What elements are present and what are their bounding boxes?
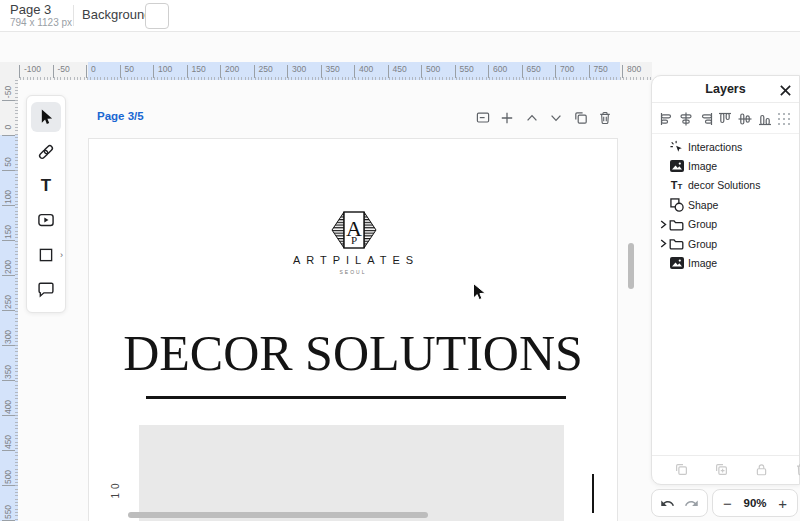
grid-dots-icon	[776, 111, 792, 127]
left-toolbar: T ›	[26, 95, 66, 313]
layer-list: Interactions Image TT decor Solutions Sh…	[652, 134, 799, 273]
zoom-level[interactable]: 90%	[743, 497, 766, 509]
lock-layer-button-disabled[interactable]	[754, 461, 769, 478]
comment-tool-button[interactable]	[31, 274, 61, 304]
layer-row-image[interactable]: Image	[652, 156, 799, 175]
trash-icon	[794, 462, 800, 477]
page-dimensions: 794 x 1123 px	[10, 17, 72, 28]
align-right-button[interactable]	[697, 110, 714, 127]
image-icon	[668, 257, 685, 269]
decorative-vertical-line[interactable]	[592, 474, 594, 513]
layers-panel: Layers	[651, 75, 800, 485]
page-indicator[interactable]: Page 3/5	[97, 110, 144, 122]
link-tool-button[interactable]	[31, 137, 61, 167]
shape-icon	[37, 246, 55, 264]
svg-text:P: P	[351, 234, 357, 246]
page-heading[interactable]: DECOR SOLUTIONS	[89, 328, 617, 378]
text-layer-icon: TT	[668, 180, 685, 191]
align-center-horizontal-icon	[678, 111, 694, 127]
align-top-button[interactable]	[717, 110, 734, 127]
ruler-corner	[0, 62, 18, 80]
expand-chevron-icon[interactable]	[658, 220, 668, 229]
layer-label: Shape	[688, 199, 718, 211]
layer-label: Group	[688, 218, 717, 230]
interactions-icon	[668, 140, 685, 154]
delete-page-button[interactable]	[596, 109, 614, 127]
folder-icon	[668, 218, 685, 231]
comment-box-icon	[475, 110, 491, 126]
zoom-in-button[interactable]: +	[778, 496, 787, 511]
app-window: Page 3 794 x 1123 px Background -150-100…	[0, 0, 800, 521]
align-top-icon	[717, 111, 733, 127]
delete-layer-button-disabled[interactable]	[794, 461, 800, 478]
page-comment-button[interactable]	[474, 109, 492, 127]
select-tool-button[interactable]	[31, 102, 61, 132]
align-bottom-icon	[757, 111, 773, 127]
trash-icon	[597, 110, 613, 126]
layer-row-image[interactable]: Image	[652, 253, 799, 272]
image-placeholder[interactable]	[139, 425, 564, 521]
redo-icon	[684, 496, 699, 511]
redo-button[interactable]	[683, 494, 701, 512]
align-right-icon	[698, 111, 714, 127]
close-layers-button[interactable]	[777, 82, 793, 98]
align-left-button[interactable]	[658, 110, 675, 127]
move-page-up-button[interactable]	[523, 109, 541, 127]
page-actions	[474, 109, 614, 127]
top-bar: Page 3 794 x 1123 px Background	[0, 0, 800, 32]
align-bottom-button[interactable]	[756, 110, 773, 127]
layer-row-shape[interactable]: Shape	[652, 195, 799, 214]
layer-label: Image	[688, 257, 717, 269]
move-page-down-button[interactable]	[547, 109, 565, 127]
history-controls	[651, 489, 708, 517]
duplicate-icon	[573, 110, 589, 126]
chevron-down-icon	[548, 110, 564, 126]
layer-actions-row	[652, 455, 799, 484]
shape-tool-button[interactable]: ›	[31, 240, 61, 270]
zoom-out-button[interactable]: −	[723, 496, 732, 511]
layer-row-interactions[interactable]: Interactions	[652, 137, 799, 156]
plus-icon	[499, 110, 515, 126]
horizontal-ruler[interactable]: -150-100-5005010015020025030035040045050…	[0, 62, 652, 80]
close-icon	[779, 84, 792, 97]
brand-subtitle[interactable]: SEOUL	[89, 269, 617, 275]
copy-add-layer-button-disabled[interactable]	[714, 461, 729, 478]
align-center-vertical-icon	[737, 111, 753, 127]
brand-name[interactable]: ARTPILATES	[89, 254, 617, 266]
distribute-grid-button[interactable]	[776, 110, 793, 127]
video-tool-button[interactable]	[31, 205, 61, 235]
link-icon	[36, 142, 56, 162]
expand-chevron-icon[interactable]	[658, 239, 668, 248]
undo-button[interactable]	[658, 494, 676, 512]
align-center-vertical-button[interactable]	[737, 110, 754, 127]
page-canvas[interactable]: A P ARTPILATES SEOUL DECOR SOLUTIONS 10	[88, 138, 618, 521]
layer-row-group[interactable]: Group	[652, 234, 799, 253]
chevron-up-icon	[524, 110, 540, 126]
layers-panel-header: Layers	[652, 76, 799, 103]
layer-label: decor Solutions	[688, 179, 760, 191]
add-page-button[interactable]	[498, 109, 516, 127]
folder-icon	[668, 237, 685, 250]
text-tool-icon: T	[41, 176, 51, 196]
align-center-horizontal-button[interactable]	[678, 110, 695, 127]
background-color-swatch[interactable]	[145, 3, 169, 29]
image-icon	[668, 160, 685, 172]
duplicate-page-button[interactable]	[572, 109, 590, 127]
copy-plus-icon	[714, 462, 729, 477]
layer-row-text[interactable]: TT decor Solutions	[652, 176, 799, 195]
align-left-icon	[659, 111, 675, 127]
background-label: Background	[82, 7, 151, 22]
layer-row-group[interactable]: Group	[652, 215, 799, 234]
duplicate-icon	[674, 462, 689, 477]
vertical-scrollbar-thumb[interactable]	[628, 243, 634, 289]
heading-underline[interactable]	[146, 396, 566, 399]
duplicate-layer-button-disabled[interactable]	[674, 461, 689, 478]
cursor-icon	[36, 107, 56, 127]
page-title: Page 3	[10, 2, 51, 17]
layer-label: Group	[688, 238, 717, 250]
horizontal-scrollbar-thumb[interactable]	[128, 512, 428, 518]
text-tool-button[interactable]: T	[31, 171, 61, 201]
vertical-ruler[interactable]: -50050100150200250300350400450500550	[0, 80, 18, 521]
vertical-page-number[interactable]: 10	[110, 474, 122, 504]
brand-logo[interactable]: A P	[331, 211, 377, 249]
